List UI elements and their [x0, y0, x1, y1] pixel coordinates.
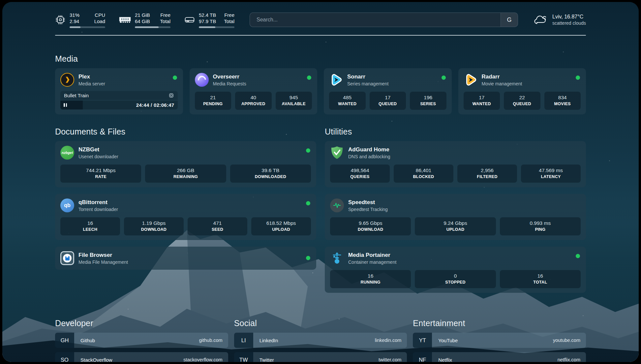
bookmark-twitter[interactable]: TW Twittertwitter.com [234, 352, 407, 362]
sonarr-icon [329, 73, 343, 87]
service-card-sonarr[interactable]: Sonarr Series management 485WANTED 17QUE… [324, 68, 452, 114]
memory-progress-fill [135, 26, 159, 28]
bookmark-url: stackoverflow.com [183, 357, 222, 362]
bookmark-stackoverflow[interactable]: SO StackOverflowstackoverflow.com [55, 352, 228, 362]
stat-block: 16LEECH [60, 217, 120, 235]
qbittorrent-icon-text: qb [64, 202, 71, 208]
service-card-plex[interactable]: Plex Media server Bullet Train 24:44 / 0… [55, 68, 183, 114]
stat-label: UPLOAD [416, 227, 494, 232]
bookmark-url: youtube.com [553, 338, 580, 343]
memory-icon [119, 15, 131, 24]
stat-label: QUERIES [331, 174, 388, 179]
now-playing-time: 24:44 / 02:06:47 [136, 102, 174, 108]
bookmark-group-entertainment: Entertainment YT YouTubeyoutube.com NF N… [413, 318, 586, 362]
bookmark-name: StackOverflow [80, 357, 112, 362]
system-resources: 31% 2.94 CPU Load [55, 12, 234, 28]
cloud-icon [533, 14, 548, 26]
service-description: Media server [78, 81, 105, 86]
status-dot [307, 76, 311, 80]
service-card-nzbget[interactable]: nzbget NZBGet Usenet downloader 744.21 M… [55, 141, 316, 187]
stat-label: LEECH [62, 227, 119, 232]
bookmark-url: linkedin.com [375, 338, 402, 343]
disk-progress-track [199, 26, 234, 28]
bookmark-youtube[interactable]: YT YouTubeyoutube.com [413, 333, 586, 348]
stat-block: 485WANTED [329, 92, 366, 110]
stat-value: 21 [196, 95, 230, 101]
service-name: NZBGet [78, 146, 118, 153]
stat-block: 498,564QUERIES [330, 165, 390, 183]
service-card-adguard[interactable]: AdGuard Home DNS and adblocking 498,564Q… [325, 141, 586, 187]
service-card-overseerr[interactable]: Overseerr Media Requests 21PENDING 40APP… [190, 68, 318, 114]
service-card-speedtest[interactable]: Speedtest Speedtest Tracking 9.65 GbpsDO… [325, 194, 586, 240]
search-input[interactable] [250, 13, 501, 27]
stat-label: RATE [62, 174, 140, 179]
section-title-entertainment: Entertainment [413, 318, 586, 328]
service-description: DNS and adblocking [348, 154, 390, 159]
now-playing-options-icon [168, 93, 174, 98]
memory-free-label: Free [160, 12, 170, 18]
cpu-progress-track [70, 26, 105, 28]
memory-progress-track [135, 26, 170, 28]
bookmark-github[interactable]: GH Githubgithub.com [55, 333, 228, 348]
search-provider-button[interactable]: G [501, 13, 518, 27]
cpu-widget: 31% 2.94 CPU Load [55, 12, 105, 28]
service-card-radarr[interactable]: Radarr Movie management 17WANTED 22QUEUE… [458, 68, 586, 114]
status-dot [576, 76, 580, 80]
stat-block: 47.569 msLATENCY [521, 165, 581, 183]
service-name: Sonarr [347, 73, 388, 80]
bookmark-linkedin[interactable]: LI LinkedInlinkedin.com [234, 333, 407, 348]
portainer-icon [330, 251, 344, 265]
stat-block: 945AVAILABLE [276, 92, 312, 110]
service-card-qbittorrent[interactable]: qb qBittorrent Torrent downloader 16LEEC… [55, 194, 316, 240]
stat-value: 39.6 TB [231, 167, 310, 173]
memory-widget: 21 GiB 64 GiB Free Total [119, 12, 170, 28]
memory-total-value: 64 GiB [135, 18, 150, 25]
nzbget-icon-text: nzbget [62, 151, 73, 155]
cpu-label: CPU [94, 12, 105, 18]
service-card-portainer[interactable]: Media Portainer Container management 16R… [325, 247, 586, 293]
disk-icon [184, 15, 195, 24]
qbittorrent-icon: qb [60, 198, 74, 212]
stat-label: AVAILABLE [277, 102, 311, 106]
service-description: Usenet downloader [78, 154, 118, 159]
service-card-filebrowser[interactable]: File Browser Media File Management [55, 247, 316, 270]
cpu-progress-fill [70, 26, 80, 28]
section-title-media: Media [55, 54, 586, 64]
stat-label: STOPPED [416, 280, 494, 285]
stat-block: 9.24 GbpsUPLOAD [415, 217, 496, 235]
section-title-social: Social [234, 318, 407, 328]
stat-value: 9.24 Gbps [416, 220, 494, 226]
bookmark-name: Twitter [259, 357, 274, 362]
service-description: Torrent downloader [78, 207, 118, 212]
stat-value: 47.569 ms [522, 167, 579, 173]
stat-label: WANTED [465, 102, 499, 106]
stat-block: 21PENDING [195, 92, 231, 110]
stat-label: QUEUED [371, 102, 405, 106]
stat-block: 471SEED [188, 217, 247, 235]
stat-value: 22 [505, 95, 539, 101]
stat-block: 39.6 TBDOWNLOADED [230, 165, 311, 183]
status-dot [442, 76, 446, 80]
stat-block: 834MOVIES [544, 92, 581, 110]
stat-value: 945 [277, 95, 311, 101]
stat-label: UPLOAD [253, 227, 310, 232]
stat-block: 0.993 msPING [500, 217, 581, 235]
cpu-load-label: Load [94, 18, 105, 25]
section-title-utilities: Utilities [325, 127, 586, 136]
stat-label: PENDING [196, 102, 230, 106]
status-dot [576, 254, 580, 258]
pause-icon [64, 103, 67, 107]
stat-label: QUEUED [505, 102, 539, 106]
media-card-row: Plex Media server Bullet Train 24:44 / 0… [55, 68, 586, 114]
now-playing-row: Bullet Train [60, 91, 178, 100]
bookmark-abbr: LI [234, 333, 253, 348]
disk-free-value: 52.4 TB [199, 12, 216, 18]
stat-value: 196 [411, 95, 445, 101]
search-bar[interactable]: G [250, 13, 518, 27]
bookmark-name: LinkedIn [259, 338, 278, 343]
cpu-percent: 31% [70, 12, 79, 18]
status-dot [173, 76, 177, 80]
bookmark-netflix[interactable]: NF Netflixnetflix.com [413, 352, 586, 362]
documents-column: Documents & Files nzbget NZBGet Usenet d… [55, 127, 316, 299]
service-description: Container management [348, 259, 396, 265]
